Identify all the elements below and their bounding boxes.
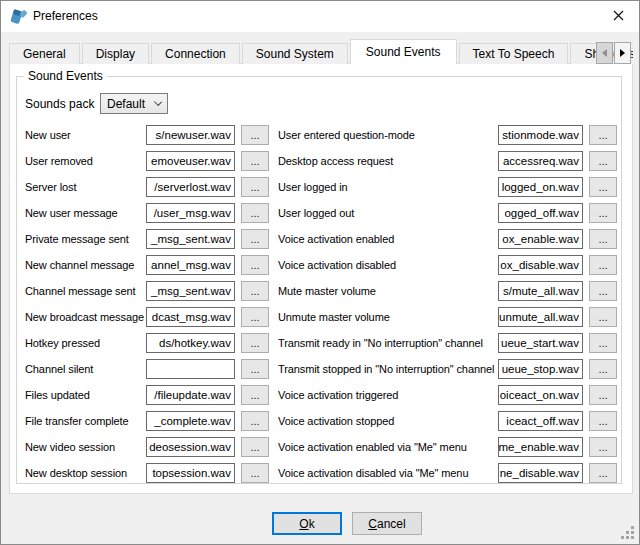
sounds-pack-select[interactable]: Default (100, 93, 168, 114)
sound-file-input[interactable]: /serverlost.wav (146, 177, 235, 197)
browse-button[interactable]: ... (589, 255, 617, 275)
sound-event-label: Private message sent (25, 233, 146, 245)
sound-file-value: ogged_off.wav (504, 207, 579, 219)
ok-button-label: Ok (274, 517, 340, 531)
sound-event-label: Voice activation enabled (278, 233, 498, 245)
browse-button[interactable]: ... (241, 307, 269, 327)
tab[interactable]: Connection (151, 43, 240, 64)
sound-file-input[interactable]: emoveuser.wav (146, 151, 235, 171)
browse-button[interactable]: ... (589, 359, 617, 379)
sound-file-input[interactable]: _msg_sent.wav (146, 281, 235, 301)
sound-events-column-left: New user s/newuser.wav ... User removed … (25, 125, 269, 489)
sound-file-input[interactable]: _msg_sent.wav (146, 229, 235, 249)
sound-file-input[interactable]: s/newuser.wav (146, 125, 235, 145)
browse-button[interactable]: ... (241, 359, 269, 379)
tab[interactable]: General (9, 43, 80, 64)
browse-button[interactable]: ... (241, 385, 269, 405)
sound-file-input[interactable]: ueue_start.wav (498, 333, 583, 353)
browse-button[interactable]: ... (241, 255, 269, 275)
browse-button[interactable]: ... (589, 229, 617, 249)
sound-event-row: Mute master volume s/mute_all.wav ... (278, 281, 617, 301)
sound-file-value: _complete.wav (154, 415, 231, 427)
sound-event-label: Hotkey pressed (25, 337, 146, 349)
sound-file-input[interactable]: /user_msg.wav (146, 203, 235, 223)
browse-button[interactable]: ... (589, 307, 617, 327)
sound-file-input[interactable]: deosession.wav (146, 437, 235, 457)
sound-file-value: stionmode.wav (502, 129, 579, 141)
cancel-button[interactable]: Cancel (352, 512, 422, 535)
sound-file-value: dcast_msg.wav (152, 311, 231, 323)
browse-button[interactable]: ... (241, 151, 269, 171)
cancel-button-label: Cancel (353, 517, 421, 531)
sound-event-row: Channel message sent _msg_sent.wav ... (25, 281, 269, 301)
sound-file-input[interactable]: ox_enable.wav (498, 229, 583, 249)
sound-event-label: Voice activation disabled via "Me" menu (278, 467, 498, 479)
sound-file-value: ueue_stop.wav (502, 363, 579, 375)
sound-file-input[interactable]: iceact_off.wav (498, 411, 583, 431)
browse-button[interactable]: ... (589, 463, 617, 483)
browse-button[interactable]: ... (589, 203, 617, 223)
browse-button[interactable]: ... (589, 437, 617, 457)
sound-file-input[interactable]: _complete.wav (146, 411, 235, 431)
sound-file-value: ds/hotkey.wav (159, 337, 231, 349)
sound-file-value: iceact_off.wav (506, 415, 579, 427)
sound-file-input[interactable]: annel_msg.wav (146, 255, 235, 275)
browse-button[interactable]: ... (241, 177, 269, 197)
sound-file-input[interactable]: /fileupdate.wav (146, 385, 235, 405)
sound-file-input[interactable]: ds/hotkey.wav (146, 333, 235, 353)
sound-event-row: File transfer complete _complete.wav ... (25, 411, 269, 431)
sound-file-input[interactable]: logged_on.wav (498, 177, 583, 197)
browse-button[interactable]: ... (241, 229, 269, 249)
sound-file-input[interactable]: ne_disable.wav (498, 463, 583, 483)
browse-button[interactable]: ... (589, 177, 617, 197)
sound-file-input[interactable] (146, 359, 235, 379)
browse-button[interactable]: ... (241, 203, 269, 223)
sound-file-value: ne_disable.wav (500, 467, 579, 479)
sound-event-label: Desktop access request (278, 155, 498, 167)
sound-file-input[interactable]: unmute_all.wav (498, 307, 583, 327)
browse-button[interactable]: ... (241, 411, 269, 431)
sound-event-row: User removed emoveuser.wav ... (25, 151, 269, 171)
sound-file-input[interactable]: me_enable.wav (498, 437, 583, 457)
browse-button[interactable]: ... (241, 333, 269, 353)
sound-event-label: Voice activation triggered (278, 389, 498, 401)
tab-scrollers (596, 42, 631, 64)
resize-grip[interactable] (621, 526, 634, 539)
tab[interactable]: Sound Events (350, 39, 457, 64)
sound-event-row: Transmit stopped in "No interruption" ch… (278, 359, 617, 379)
tab-scroll-left-button[interactable] (596, 42, 613, 64)
sound-event-label: New video session (25, 441, 146, 453)
sound-event-row: New desktop session topsession.wav ... (25, 463, 269, 483)
sound-file-input[interactable]: oiceact_on.wav (498, 385, 583, 405)
sound-file-input[interactable]: dcast_msg.wav (146, 307, 235, 327)
browse-button[interactable]: ... (589, 385, 617, 405)
browse-button[interactable]: ... (589, 125, 617, 145)
browse-button[interactable]: ... (241, 125, 269, 145)
sound-file-input[interactable]: stionmode.wav (498, 125, 583, 145)
sound-file-value: accessreq.wav (503, 155, 579, 167)
browse-button[interactable]: ... (241, 437, 269, 457)
tab[interactable]: Sound System (242, 43, 348, 64)
sound-file-input[interactable]: topsession.wav (146, 463, 235, 483)
browse-button[interactable]: ... (589, 333, 617, 353)
sound-file-input[interactable]: ogged_off.wav (498, 203, 583, 223)
browse-button[interactable]: ... (589, 151, 617, 171)
sound-file-input[interactable]: accessreq.wav (498, 151, 583, 171)
close-button[interactable] (601, 3, 635, 29)
tab[interactable]: Text To Speech (459, 43, 569, 64)
browse-button[interactable]: ... (589, 281, 617, 301)
sound-event-row: Desktop access request accessreq.wav ... (278, 151, 617, 171)
ok-button[interactable]: Ok (272, 512, 342, 535)
browse-button[interactable]: ... (241, 281, 269, 301)
tab[interactable]: Display (82, 43, 149, 64)
browse-button[interactable]: ... (589, 411, 617, 431)
sound-file-input[interactable]: ueue_stop.wav (498, 359, 583, 379)
tab-scroll-right-button[interactable] (614, 42, 631, 64)
sound-file-input[interactable]: s/mute_all.wav (498, 281, 583, 301)
sound-event-row: Voice activation disabled via "Me" menu … (278, 463, 617, 483)
preferences-dialog: Preferences General Display Connection S… (0, 0, 640, 545)
sound-file-value: logged_on.wav (502, 181, 579, 193)
arrow-right-icon (620, 49, 625, 57)
browse-button[interactable]: ... (241, 463, 269, 483)
sound-file-input[interactable]: ox_disable.wav (498, 255, 583, 275)
